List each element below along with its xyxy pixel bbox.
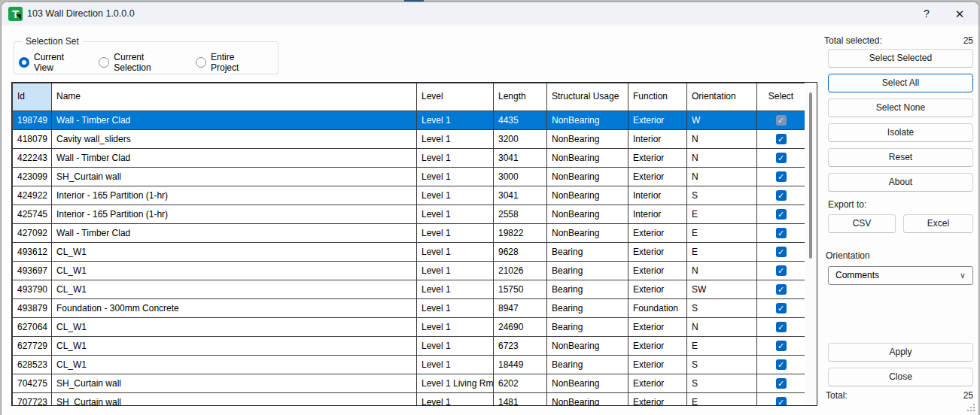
orientation-dropdown[interactable]: Comments ∨ <box>828 266 973 285</box>
title-bar: T 103 Wall Direction 1.0.0.0 ? ✕ <box>2 2 978 26</box>
cell-id: 493879 <box>13 299 52 318</box>
row-checkbox[interactable]: ✓ <box>776 378 787 389</box>
radio-circle-icon[interactable] <box>196 57 206 68</box>
row-checkbox[interactable]: ✓ <box>776 153 787 163</box>
cell-usage: Bearing <box>547 280 628 299</box>
table-row[interactable]: 707723SH_Curtain wallLevel 11481NonBeari… <box>13 393 805 406</box>
cell-orientation: N <box>687 149 757 168</box>
cell-length: 15750 <box>494 280 547 299</box>
row-checkbox[interactable]: ✓ <box>776 303 787 314</box>
select-selected-button[interactable]: Select Selected <box>828 49 973 68</box>
cell-select: ✓ <box>757 186 805 205</box>
table-row[interactable]: 493612CL_W1Level 19628BearingExteriorE✓ <box>13 243 805 262</box>
cell-level: Level 1 <box>417 280 494 299</box>
table-row[interactable]: 198749Wall - Timber CladLevel 14435NonBe… <box>13 111 805 130</box>
vertical-scrollbar[interactable] <box>805 83 817 405</box>
table-row[interactable]: 493697CL_W1Level 121026BearingExteriorN✓ <box>13 262 805 280</box>
cell-name: CL_W1 <box>52 356 417 374</box>
cell-name: Wall - Timber Clad <box>52 224 417 243</box>
radio-entire-project[interactable]: Entire Project <box>196 52 261 73</box>
radio-circle-icon[interactable] <box>99 57 109 68</box>
walls-table-frame: IdNameLevelLengthStructural UsageFunctio… <box>11 82 817 406</box>
reset-button[interactable]: Reset <box>828 148 973 167</box>
cell-level: Level 1 <box>417 130 494 149</box>
column-header-level[interactable]: Level <box>417 83 494 111</box>
column-header-structural-usage[interactable]: Structural Usage <box>547 83 628 111</box>
radio-circle-icon[interactable] <box>19 57 29 68</box>
radio-label: Entire Project <box>211 52 261 73</box>
resize-grip[interactable] <box>966 403 975 412</box>
row-checkbox[interactable]: ✓ <box>776 171 787 182</box>
row-checkbox[interactable]: ✓ <box>776 265 787 276</box>
column-header-function[interactable]: Function <box>628 83 687 111</box>
table-row[interactable]: 422243Wall - Timber CladLevel 13041NonBe… <box>13 149 805 168</box>
table-row[interactable]: 425745Interior - 165 Partition (1-hr)Lev… <box>13 205 805 224</box>
row-checkbox[interactable]: ✓ <box>776 341 787 351</box>
cell-length: 1481 <box>494 393 547 406</box>
cell-orientation: E <box>687 224 757 243</box>
table-row[interactable]: 423099SH_Curtain wallLevel 13000NonBeari… <box>13 168 805 186</box>
cursor-icon <box>16 14 21 20</box>
apply-button[interactable]: Apply <box>828 343 973 362</box>
table-row[interactable]: 704275SH_Curtain wallLevel 1 Living Rm.6… <box>13 374 805 393</box>
cell-id: 198749 <box>13 111 52 130</box>
cell-orientation: S <box>687 374 757 393</box>
row-checkbox[interactable]: ✓ <box>776 209 787 220</box>
cell-name: CL_W1 <box>52 243 417 262</box>
cell-level: Level 1 <box>417 337 494 356</box>
row-checkbox[interactable]: ✓ <box>776 134 787 144</box>
table-row[interactable]: 627064CL_W1Level 124690BearingExteriorN✓ <box>13 318 805 337</box>
table-row[interactable]: 427092Wall - Timber CladLevel 119822NonB… <box>13 224 805 243</box>
cell-length: 3200 <box>494 130 547 149</box>
about-button[interactable]: About <box>828 173 973 192</box>
column-header-orientation[interactable]: Orientation <box>687 83 757 111</box>
cell-id: 493697 <box>13 262 52 280</box>
select-none-button[interactable]: Select None <box>828 98 973 117</box>
row-checkbox[interactable]: ✓ <box>776 228 787 238</box>
cell-select: ✓ <box>757 111 805 130</box>
row-checkbox[interactable]: ✓ <box>776 115 787 126</box>
cell-level: Level 1 <box>417 299 494 318</box>
help-button[interactable]: ? <box>911 2 942 26</box>
cell-select: ✓ <box>757 356 805 374</box>
radio-current-selection[interactable]: Current Selection <box>99 52 179 73</box>
selection-set-group: Selection Set Current ViewCurrent Select… <box>14 41 278 74</box>
table-row[interactable]: 424922Interior - 165 Partition (1-hr)Lev… <box>13 186 805 205</box>
cell-level: Level 1 <box>417 243 494 262</box>
table-row[interactable]: 418079Cavity wall_slidersLevel 13200NonB… <box>13 130 805 149</box>
select-all-button[interactable]: Select All <box>828 74 973 92</box>
radio-label: Current Selection <box>114 52 179 73</box>
orientation-label: Orientation <box>826 250 870 261</box>
column-header-length[interactable]: Length <box>494 83 547 111</box>
row-checkbox[interactable]: ✓ <box>776 397 787 405</box>
row-checkbox[interactable]: ✓ <box>776 359 787 370</box>
cell-id: 493790 <box>13 280 52 299</box>
radio-current-view[interactable]: Current View <box>19 52 82 73</box>
row-checkbox[interactable]: ✓ <box>776 190 787 201</box>
table-row[interactable]: 493879Foundation - 300mm ConcreteLevel 1… <box>13 299 805 318</box>
export-csv-button[interactable]: CSV <box>828 214 896 233</box>
close-button[interactable]: Close <box>828 368 973 386</box>
close-window-button[interactable]: ✕ <box>944 2 975 26</box>
column-header-name[interactable]: Name <box>52 83 417 111</box>
cell-orientation: E <box>687 243 757 262</box>
cell-orientation: N <box>687 130 757 149</box>
column-header-id[interactable]: Id <box>13 83 52 111</box>
row-checkbox[interactable]: ✓ <box>776 322 787 332</box>
cell-orientation: N <box>687 168 757 186</box>
cell-level: Level 1 <box>417 318 494 337</box>
column-header-select[interactable]: Select <box>757 83 805 111</box>
table-row[interactable]: 627729CL_W1Level 16723NonBearingExterior… <box>13 337 805 356</box>
cell-orientation: S <box>687 356 757 374</box>
row-checkbox[interactable]: ✓ <box>776 284 787 295</box>
isolate-button[interactable]: Isolate <box>828 123 973 142</box>
row-checkbox[interactable]: ✓ <box>776 247 787 257</box>
table-row[interactable]: 628523CL_W1Level 118449BearingExteriorS✓ <box>13 356 805 374</box>
cell-orientation: W <box>687 111 757 130</box>
total-selected-label: Total selected: <box>824 35 882 46</box>
total-label: Total: <box>826 390 848 401</box>
scrollbar-thumb[interactable] <box>809 92 812 259</box>
table-row[interactable]: 493790CL_W1Level 115750BearingExteriorSW… <box>13 280 805 299</box>
cell-id: 493612 <box>13 243 52 262</box>
export-excel-button[interactable]: Excel <box>903 214 973 233</box>
